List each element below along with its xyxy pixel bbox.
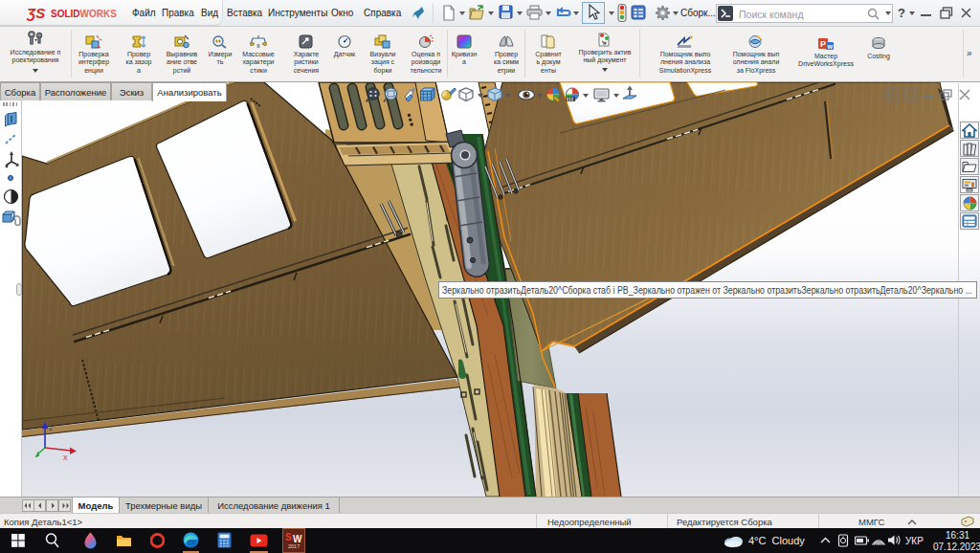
- svg-text:Зеркально отразитьДеталь20^Сбо: Зеркально отразитьДеталь20^Сборка стаб i…: [442, 285, 972, 296]
- svg-text:2017: 2017: [288, 543, 300, 549]
- svg-text:X: X: [63, 454, 68, 461]
- svg-text:P: P: [820, 39, 826, 49]
- svg-text:ƷS: ƷS: [27, 5, 45, 21]
- svg-text:w: w: [827, 43, 834, 50]
- svg-text:S: S: [285, 532, 292, 542]
- svg-text:Z: Z: [49, 425, 54, 431]
- svg-text:SOLIDWORKS: SOLIDWORKS: [51, 9, 117, 19]
